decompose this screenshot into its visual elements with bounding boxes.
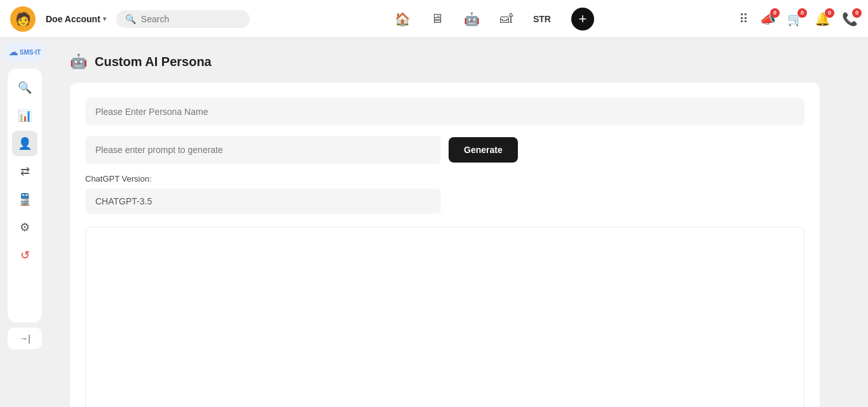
prompt-input[interactable]: [85, 136, 441, 164]
cart-icon-wrapper[interactable]: 🛒 0: [787, 11, 803, 27]
account-name-button[interactable]: Doe Account ▾: [46, 14, 106, 24]
sms-it-logo[interactable]: ☁ SMS·IT: [4, 43, 46, 61]
nav-center: 🏠 🖥 🤖 🛋 STR +: [260, 8, 729, 30]
phone-badge: 0: [852, 8, 862, 18]
chatgpt-version-section: ChatGPT Version: CHATGPT-3.5 CHATGPT-4 C…: [85, 174, 804, 214]
chatgpt-version-label: ChatGPT Version:: [85, 174, 804, 183]
persona-name-input[interactable]: [85, 98, 804, 126]
sidebar-inner: 🔍 📊 👤 ⇄ 🚆 ⚙ ↺: [8, 69, 42, 323]
chatgpt-version-select[interactable]: CHATGPT-3.5 CHATGPT-4 CHATGPT-4o: [85, 189, 441, 214]
home-icon[interactable]: 🏠: [395, 11, 410, 27]
phone-icon-wrapper[interactable]: 📞 0: [842, 11, 858, 27]
account-name-label: Doe Account: [46, 14, 100, 24]
generate-button[interactable]: Generate: [449, 137, 518, 163]
topnav: 🧑 Doe Account ▾ 🔍 🏠 🖥 🤖 🛋 STR + ⠿ 📣 0 🛒 …: [0, 0, 868, 38]
cart-badge: 0: [797, 8, 807, 18]
sidebar-item-chart[interactable]: 📊: [12, 103, 37, 128]
robot-icon: 🤖: [70, 53, 87, 70]
sidebar: ☁ SMS·IT 🔍 📊 👤 ⇄ 🚆 ⚙ ↺ →|: [0, 38, 50, 407]
nav-right: ⠿ 📣 0 🛒 0 🔔 0 📞 0: [739, 11, 858, 27]
page-title: Custom AI Persona: [95, 55, 212, 69]
search-icon: 🔍: [125, 14, 136, 24]
persona-card: Generate ChatGPT Version: CHATGPT-3.5 CH…: [70, 83, 820, 407]
logo-text: SMS·IT: [20, 49, 41, 56]
sidebar-collapse-button[interactable]: →|: [8, 328, 42, 349]
search-input[interactable]: [141, 14, 236, 24]
bell-icon-wrapper[interactable]: 🔔 0: [815, 11, 831, 27]
content-area: [85, 227, 804, 407]
str-label[interactable]: STR: [533, 14, 551, 24]
chevron-down-icon: ▾: [103, 15, 106, 22]
sidebar-item-flow[interactable]: ⇄: [12, 159, 37, 184]
megaphone-icon-wrapper[interactable]: 📣 0: [760, 11, 776, 27]
main-content: 🤖 Custom AI Persona Generate ChatGPT Ver…: [50, 38, 868, 407]
sofa-icon[interactable]: 🛋: [500, 11, 513, 26]
avatar: 🧑: [10, 6, 36, 32]
add-button[interactable]: +: [571, 8, 594, 30]
robot-nav-icon[interactable]: 🤖: [464, 11, 480, 27]
prompt-row: Generate: [85, 136, 804, 164]
sidebar-item-train[interactable]: 🚆: [12, 187, 37, 212]
sidebar-item-contacts[interactable]: 👤: [12, 131, 37, 156]
search-bar: 🔍: [116, 10, 250, 28]
sidebar-item-search[interactable]: 🔍: [12, 75, 37, 100]
monitor-icon[interactable]: 🖥: [431, 11, 444, 26]
page-header: 🤖 Custom AI Persona: [70, 53, 848, 70]
megaphone-badge: 0: [770, 8, 780, 18]
bell-badge: 0: [825, 8, 834, 18]
sidebar-item-gear[interactable]: ⚙: [12, 215, 37, 240]
cloud-icon: ☁: [9, 47, 18, 57]
sidebar-item-loop[interactable]: ↺: [12, 243, 37, 268]
grid-icon[interactable]: ⠿: [739, 11, 749, 27]
